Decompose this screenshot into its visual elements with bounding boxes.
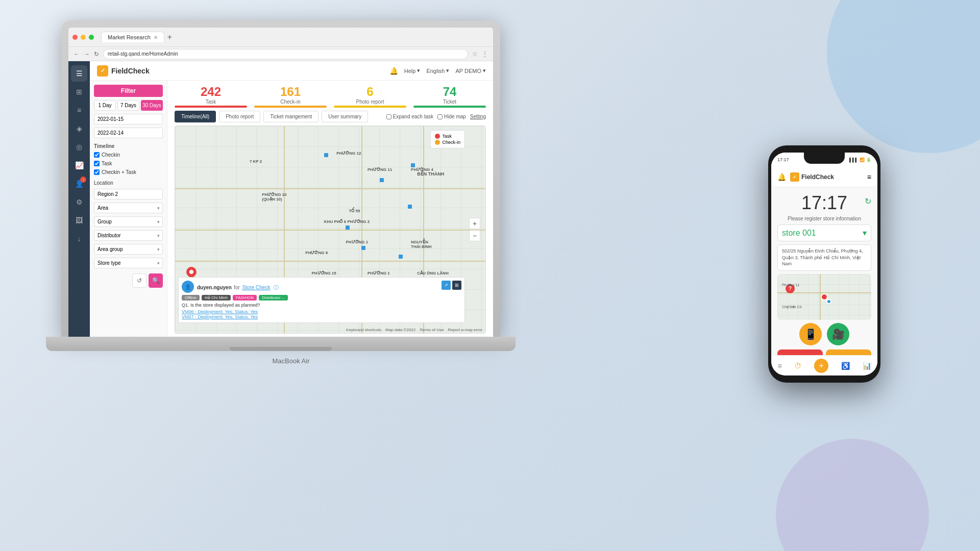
- area-group-select-wrapper: Area group: [94, 244, 163, 255]
- sidebar-target-icon[interactable]: ◎: [71, 139, 87, 155]
- expand-each-task-option[interactable]: Expand each task: [386, 114, 434, 119]
- sidebar-chart-icon[interactable]: ≡: [71, 102, 87, 118]
- report-error-link[interactable]: Report a map error: [448, 328, 482, 332]
- sidebar-home-icon[interactable]: ⊞: [71, 84, 87, 100]
- map-marker-blue-2[interactable]: [411, 163, 415, 167]
- hide-map-option[interactable]: Hide map: [437, 114, 466, 119]
- sidebar-gallery-icon[interactable]: 🖼: [71, 212, 87, 229]
- task-count: 242: [175, 85, 247, 99]
- bg-decoration-1: [827, 0, 980, 153]
- phone-camera-icon-circle[interactable]: 📱: [799, 323, 822, 345]
- store-type-select[interactable]: Store type: [94, 258, 163, 268]
- map-marker-blue-6[interactable]: [361, 246, 365, 250]
- close-window-btn[interactable]: [72, 35, 78, 40]
- account-menu[interactable]: AP DEMO ▾: [455, 67, 486, 74]
- distributor-select[interactable]: Distributor: [94, 230, 163, 241]
- browser-tab[interactable]: Market Research ✕: [101, 32, 164, 42]
- terms-of-use-link[interactable]: Terms of Use: [420, 328, 444, 332]
- map-road-h2: [175, 230, 485, 231]
- ticket-management-tab[interactable]: Ticket mangement: [263, 111, 318, 122]
- expand-each-task-checkbox[interactable]: [386, 114, 391, 119]
- setting-link[interactable]: Setting: [470, 114, 486, 119]
- url-text: retail-stg.qand.me/HomeAdmin: [108, 51, 178, 57]
- maximize-window-btn[interactable]: [89, 35, 94, 40]
- map-label-phuong9: PHƯỜNG 9: [305, 251, 328, 255]
- tab-close-icon[interactable]: ✕: [154, 35, 158, 40]
- map-marker-blue-5[interactable]: [346, 226, 350, 230]
- photo-report-tab[interactable]: Photo report: [219, 111, 260, 122]
- map-marker-blue-7[interactable]: [399, 255, 403, 259]
- popup-info-icon[interactable]: ⓘ: [274, 285, 279, 290]
- photo-count: 6: [334, 85, 406, 99]
- phone-list-icon[interactable]: ≡: [777, 362, 781, 370]
- popup-for-text: for: [234, 285, 240, 290]
- popup-store-link[interactable]: Store Check: [242, 285, 270, 290]
- url-input[interactable]: retail-stg.qand.me/HomeAdmin: [103, 49, 468, 59]
- date-to-input[interactable]: [94, 128, 163, 138]
- checkin-task-checkbox[interactable]: [94, 169, 100, 175]
- filter-actions: ↺ 🔍: [94, 273, 163, 288]
- notification-bell-icon[interactable]: 🔔: [389, 67, 398, 75]
- sidebar-graph-icon[interactable]: 📈: [71, 157, 87, 173]
- minimize-window-btn[interactable]: [81, 35, 86, 40]
- 1-day-button[interactable]: 1 Day: [94, 100, 116, 111]
- phone-top-nav: 🔔 ✓ FieldCheck ≡: [771, 167, 877, 187]
- checkin-checkbox-row[interactable]: Checkin: [94, 152, 163, 158]
- reload-button[interactable]: ↻: [94, 51, 99, 58]
- phone-history-icon[interactable]: ⏱: [794, 362, 801, 370]
- forward-button[interactable]: →: [84, 51, 90, 58]
- keyboard-shortcuts-link[interactable]: Keyboard shortcuts: [346, 328, 381, 332]
- map-marker-blue-1[interactable]: [324, 153, 328, 157]
- sidebar-settings-icon[interactable]: ⚙: [71, 194, 87, 210]
- sidebar-download-icon[interactable]: ↓: [71, 231, 87, 247]
- task-checkbox[interactable]: [94, 161, 100, 166]
- zoom-in-button[interactable]: +: [469, 218, 480, 229]
- map-marker-blue-3[interactable]: [380, 178, 384, 182]
- phone-stats-icon[interactable]: 📊: [863, 362, 871, 370]
- popup-expand-button[interactable]: ⊞: [452, 281, 461, 290]
- bookmark-icon[interactable]: ☆: [472, 51, 478, 58]
- checkin-no-visit-button[interactable]: Check-in (No visit): [826, 349, 871, 355]
- phone-bell-icon[interactable]: 🔔: [777, 173, 786, 181]
- 30-days-button[interactable]: 30 Days: [141, 100, 163, 111]
- new-tab-button[interactable]: +: [164, 33, 175, 42]
- map-marker-blue-4[interactable]: [408, 205, 412, 209]
- popup-share-button[interactable]: ↗: [442, 281, 451, 290]
- sidebar-toggle-icon[interactable]: ☰: [71, 65, 87, 82]
- phone-add-button[interactable]: +: [814, 359, 828, 373]
- search-filter-button[interactable]: 🔍: [149, 273, 163, 288]
- user-summary-tab[interactable]: User summary: [322, 111, 368, 122]
- store-type-select-wrapper: Store type: [94, 258, 163, 268]
- sidebar-location-icon[interactable]: ◈: [71, 120, 87, 137]
- group-select-wrapper: Group: [94, 216, 163, 227]
- checkin-task-checkbox-row[interactable]: Checkin + Task: [94, 169, 163, 175]
- hide-map-checkbox[interactable]: [437, 114, 443, 119]
- 7-days-button[interactable]: 7 Days: [117, 100, 139, 111]
- laptop-screen: Market Research ✕ + ← → ↻ retail-stg.qan…: [68, 28, 493, 337]
- sidebar-user-icon[interactable]: 👤 !: [71, 176, 87, 192]
- date-from-input[interactable]: [94, 114, 163, 124]
- task-checkbox-row[interactable]: Task: [94, 161, 163, 166]
- zoom-out-button[interactable]: −: [469, 230, 480, 241]
- back-button[interactable]: ←: [74, 51, 80, 58]
- timeline-all-tab[interactable]: Timeline(All): [175, 111, 216, 122]
- reset-filter-button[interactable]: ↺: [132, 273, 146, 288]
- menu-icon[interactable]: ⋮: [482, 51, 488, 58]
- popup-answer-2[interactable]: VM07 - Deployment: Yes; Status: Yes: [182, 314, 461, 319]
- phone-photo-icon-circle[interactable]: 🎥: [827, 323, 849, 345]
- help-menu[interactable]: Help ▾: [404, 67, 421, 74]
- phone-menu-icon[interactable]: ≡: [867, 173, 871, 181]
- map-label-7kp2: 7 KP 2: [250, 159, 262, 164]
- phone-accessibility-icon[interactable]: ♿: [841, 362, 850, 370]
- popup-answer-1[interactable]: VM06 - Deployment: Yes; Status: Yes: [182, 309, 461, 314]
- area-group-select[interactable]: Area group: [94, 244, 163, 255]
- language-menu[interactable]: English ▾: [426, 67, 449, 74]
- phone-refresh-icon[interactable]: ↻: [865, 196, 871, 206]
- area-select[interactable]: Area: [94, 203, 163, 213]
- checkin-button[interactable]: + Check-in: [777, 349, 823, 355]
- phone-status-right: ▌▌▌ 📶 🔋: [849, 158, 871, 162]
- checkin-checkbox[interactable]: [94, 152, 100, 158]
- location-input[interactable]: [94, 189, 163, 199]
- group-select[interactable]: Group: [94, 216, 163, 227]
- phone-store-select[interactable]: store 001 ▾: [777, 224, 871, 241]
